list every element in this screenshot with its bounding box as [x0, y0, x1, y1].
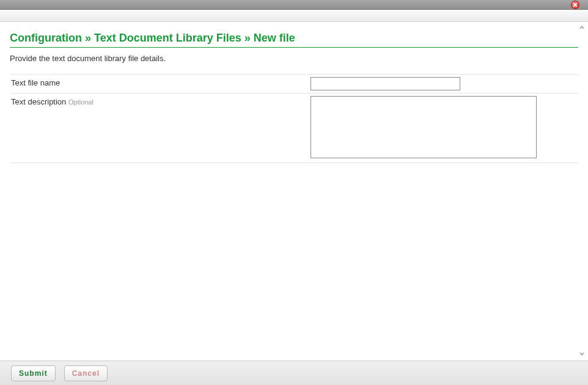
breadcrumb-part-configuration[interactable]: Configuration — [10, 32, 82, 44]
footer-bar: Submit Cancel — [0, 361, 588, 385]
cancel-button[interactable]: Cancel — [64, 365, 108, 381]
breadcrumb-part-library-files[interactable]: Text Document Library Files — [94, 32, 241, 44]
scroll-up-icon[interactable] — [578, 24, 586, 32]
breadcrumb: Configuration » Text Document Library Fi… — [10, 32, 578, 48]
close-button[interactable] — [571, 1, 579, 9]
breadcrumb-part-new-file: New file — [254, 32, 295, 44]
form-table: Text file name Text description Optional — [10, 74, 578, 163]
title-bar — [0, 0, 588, 10]
submit-button[interactable]: Submit — [11, 365, 56, 381]
breadcrumb-separator: » — [82, 32, 94, 44]
text-description-input[interactable] — [311, 96, 537, 158]
optional-label: Optional — [68, 98, 94, 106]
close-icon — [573, 2, 578, 7]
label-text-file-name: Text file name — [11, 78, 60, 87]
scroll-down-icon[interactable] — [578, 351, 586, 358]
instructions-text: Provide the text document library file d… — [10, 54, 578, 63]
label-text-description: Text description — [11, 97, 66, 106]
row-text-file-name: Text file name — [10, 75, 578, 94]
sub-bar — [0, 10, 588, 22]
row-text-description: Text description Optional — [10, 94, 578, 163]
text-file-name-input[interactable] — [311, 77, 460, 90]
content-area: Configuration » Text Document Library Fi… — [0, 22, 588, 361]
breadcrumb-separator: » — [241, 32, 254, 44]
